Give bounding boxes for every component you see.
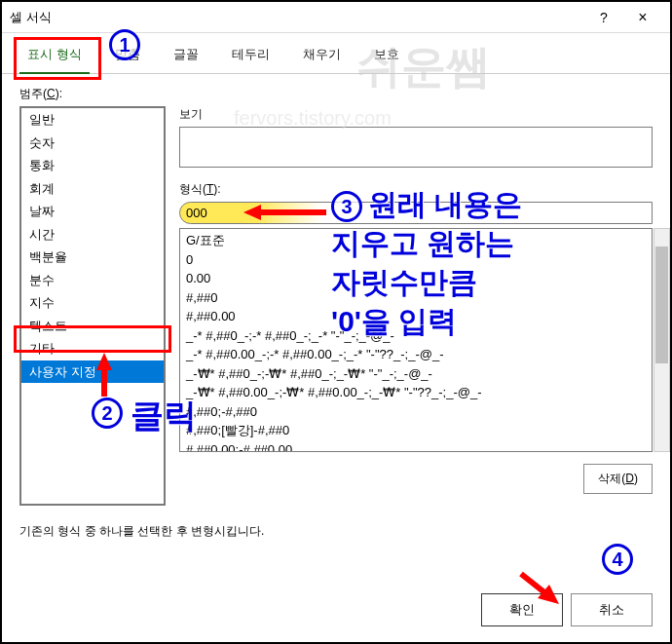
format-input[interactable]: [179, 202, 653, 224]
tab-protection[interactable]: 보호: [366, 38, 407, 73]
category-label: 범주(C):: [19, 86, 653, 102]
fmt-item[interactable]: _-* #,##0.00_-;-* #,##0.00_-;_-* "-"??_-…: [186, 345, 646, 364]
fmt-item[interactable]: #,##0: [186, 288, 646, 308]
scrollbar-thumb[interactable]: [655, 246, 668, 363]
dialog-title: 셀 서식: [10, 9, 584, 26]
cat-number[interactable]: 숫자: [21, 132, 164, 155]
delete-button[interactable]: 삭제(D): [583, 464, 653, 494]
cat-date[interactable]: 날짜: [21, 200, 164, 223]
cat-general[interactable]: 일반: [21, 108, 164, 132]
fmt-item[interactable]: 0: [186, 250, 646, 270]
cat-text[interactable]: 텍스트: [21, 315, 164, 338]
cat-percentage[interactable]: 백분율: [21, 246, 164, 269]
fmt-item[interactable]: #,##0;[빨강]-#,##0: [186, 421, 646, 440]
cat-scientific[interactable]: 지수: [21, 291, 164, 315]
preview-label: 보기: [179, 106, 653, 123]
hint-text: 기존의 형식 중 하나를 선택한 후 변형시킵니다.: [19, 523, 653, 540]
fmt-item[interactable]: #,##0;-#,##0: [186, 402, 646, 422]
category-listbox[interactable]: 일반 숫자 통화 회계 날짜 시간 백분율 분수 지수 텍스트 기타 사용자 지…: [19, 106, 166, 506]
preview-box: [179, 127, 653, 168]
fmt-item[interactable]: G/표준: [186, 231, 646, 250]
fmt-item[interactable]: _-* #,##0_-;-* #,##0_-;_-* "-"_-;_-@_-: [186, 326, 646, 346]
cat-special[interactable]: 기타: [21, 337, 164, 360]
right-column: 보기 형식(T): G/표준 0 0.00 #,##0 #,##0.00 _-*…: [179, 106, 653, 506]
fmt-item[interactable]: _-₩* #,##0_-;-₩* #,##0_-;_-₩* "-"_-;_-@_…: [186, 364, 646, 384]
help-button[interactable]: ?: [584, 4, 623, 31]
tab-alignment[interactable]: 맞춤: [107, 38, 148, 73]
fmt-item[interactable]: _-₩* #,##0.00_-;-₩* #,##0.00_-;_-₩* "-"?…: [186, 383, 646, 402]
tab-bar: 표시 형식 맞춤 글꼴 테두리 채우기 보호: [2, 33, 670, 74]
format-listbox[interactable]: G/표준 0 0.00 #,##0 #,##0.00 _-* #,##0_-;-…: [179, 228, 653, 452]
scrollbar[interactable]: [653, 228, 670, 452]
cat-fraction[interactable]: 분수: [21, 269, 164, 292]
tab-number-format[interactable]: 표시 형식: [19, 38, 90, 73]
cat-time[interactable]: 시간: [21, 223, 164, 246]
cat-accounting[interactable]: 회계: [21, 177, 164, 201]
fmt-item[interactable]: 0.00: [186, 269, 646, 288]
tab-font[interactable]: 글꼴: [166, 38, 206, 73]
cancel-button[interactable]: 취소: [571, 593, 653, 626]
dialog-buttons: 확인 취소: [2, 582, 670, 642]
content-area: 범주(C): 일반 숫자 통화 회계 날짜 시간 백분율 분수 지수 텍스트 기…: [2, 74, 670, 582]
fmt-item[interactable]: #,##0.00: [186, 307, 646, 326]
cat-currency[interactable]: 통화: [21, 154, 164, 177]
fmt-item[interactable]: #,##0.00;-#,##0.00: [186, 440, 646, 453]
format-label: 형식(T):: [179, 181, 653, 198]
close-button[interactable]: ×: [623, 4, 662, 31]
tab-fill[interactable]: 채우기: [295, 38, 349, 73]
tab-border[interactable]: 테두리: [224, 38, 278, 73]
cat-custom[interactable]: 사용자 지정: [21, 360, 164, 384]
cell-format-dialog: 셀 서식 ? × 표시 형식 맞춤 글꼴 테두리 채우기 보호 범주(C): 일…: [0, 0, 672, 644]
titlebar: 셀 서식 ? ×: [2, 2, 670, 33]
ok-button[interactable]: 확인: [481, 593, 563, 626]
